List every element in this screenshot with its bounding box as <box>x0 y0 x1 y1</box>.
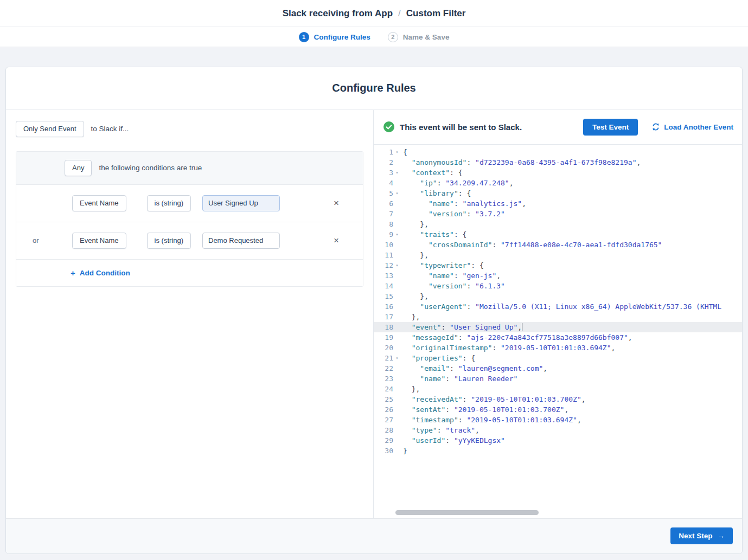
code-line-5: 5▾ "library": { <box>374 188 742 198</box>
line-number: 5 <box>389 188 393 198</box>
code-line-2: 2 "anonymousId": "d723239a-0a68-4395-a4f… <box>374 157 742 168</box>
code-text: } <box>401 446 407 456</box>
gutter-spacer <box>393 322 401 332</box>
code-line-11: 11 }, <box>374 250 742 260</box>
gutter-spacer <box>393 312 401 322</box>
code-line-24: 24 }, <box>374 384 742 394</box>
step-2-circle: 2 <box>388 32 398 42</box>
fold-caret-icon[interactable]: ▾ <box>393 229 401 240</box>
code-text: "userAgent": "Mozilla/5.0 (X11; Linux x8… <box>401 301 721 312</box>
success-check-icon <box>383 121 394 132</box>
step-name-and-save[interactable]: 2 Name & Save <box>388 32 450 42</box>
next-step-button[interactable]: Next Step → <box>670 527 733 544</box>
line-number: 6 <box>389 198 393 209</box>
code-text: "type": "track", <box>401 425 480 435</box>
line-number: 28 <box>385 425 393 435</box>
code-text: }, <box>401 291 429 301</box>
refresh-icon <box>652 123 660 131</box>
event-preview-panel: This event will be sent to Slack. Test E… <box>374 110 742 518</box>
line-number: 27 <box>385 415 393 425</box>
code-text: }, <box>401 384 420 394</box>
code-text: "name": "analytics.js", <box>401 198 526 209</box>
configure-rules-card: Configure Rules Only Send Event to Slack… <box>5 67 743 554</box>
send-event-row: Only Send Event to Slack if... <box>6 110 373 148</box>
rules-panel: Only Send Event to Slack if... Any the f… <box>6 110 374 518</box>
code-editor-lines: 1▾{2 "anonymousId": "d723239a-0a68-4395-… <box>374 147 742 456</box>
code-line-23: 23 "name": "Lauren Reeder" <box>374 374 742 384</box>
condition-field-button[interactable]: Event Name <box>72 195 126 211</box>
line-number: 22 <box>385 363 393 374</box>
condition-value-input[interactable] <box>202 233 280 249</box>
line-number: 7 <box>389 209 393 219</box>
fold-caret-icon[interactable]: ▾ <box>393 188 401 198</box>
condition-row: or Event Name is (string) × <box>16 222 363 260</box>
gutter-spacer <box>393 271 401 281</box>
line-number: 9 <box>389 229 393 240</box>
page-title: Configure Rules <box>332 82 415 94</box>
code-line-20: 20 "originalTimestamp": "2019-05-10T01:0… <box>374 343 742 353</box>
add-condition-row: + Add Condition <box>16 260 363 286</box>
code-text: "version": "3.7.2" <box>401 209 505 219</box>
conditions-group: Any the following conditions are true Ev… <box>16 151 363 287</box>
card-footer: Next Step → <box>6 518 742 553</box>
page-background: Configure Rules Only Send Event to Slack… <box>0 47 748 560</box>
condition-operator-button[interactable]: is (string) <box>147 195 191 211</box>
add-condition-button[interactable]: + Add Condition <box>71 268 130 278</box>
line-number: 19 <box>385 332 393 343</box>
arrow-right-icon: → <box>718 532 725 540</box>
code-text: "properties": { <box>401 353 475 363</box>
match-operator-row: Any the following conditions are true <box>16 152 363 185</box>
condition-value-input[interactable] <box>202 195 280 211</box>
line-number: 4 <box>389 178 393 188</box>
code-text: }, <box>401 219 429 229</box>
gutter-spacer <box>393 343 401 353</box>
breadcrumb-page: Custom Filter <box>406 8 466 19</box>
gutter-spacer <box>393 250 401 260</box>
next-step-label: Next Step <box>679 532 712 540</box>
breadcrumb-destination: Slack receiving from App <box>283 8 393 19</box>
breadcrumb: Slack receiving from App / Custom Filter <box>283 8 466 19</box>
step-configure-rules[interactable]: 1 Configure Rules <box>299 32 370 42</box>
top-header: Slack receiving from App / Custom Filter <box>0 0 748 27</box>
condition-field-button[interactable]: Event Name <box>72 233 126 249</box>
line-number: 11 <box>385 250 393 260</box>
code-line-9: 9▾ "traits": { <box>374 229 742 240</box>
gutter-spacer <box>393 178 401 188</box>
line-number: 1 <box>389 147 393 157</box>
load-another-event-link[interactable]: Load Another Event <box>652 123 733 131</box>
destination-text: to Slack if... <box>91 121 129 137</box>
code-line-12: 12▾ "typewriter": { <box>374 260 742 271</box>
match-operator-button[interactable]: Any <box>65 160 92 176</box>
code-text: "userId": "yYyKEDLgsx" <box>401 435 505 446</box>
fold-caret-icon[interactable]: ▾ <box>393 260 401 271</box>
only-send-event-button[interactable]: Only Send Event <box>16 121 84 137</box>
gutter-spacer <box>393 301 401 312</box>
step-2-label: Name & Save <box>403 33 450 41</box>
code-text: "ip": "34.209.47.248", <box>401 178 514 188</box>
line-number: 18 <box>385 322 393 332</box>
fold-caret-icon[interactable]: ▾ <box>393 168 401 178</box>
line-number: 16 <box>385 301 393 312</box>
test-event-button[interactable]: Test Event <box>583 119 638 136</box>
line-number: 20 <box>385 343 393 353</box>
code-text: "email": "lauren@segment.com", <box>401 363 547 374</box>
code-text: "sentAt": "2019-05-10T01:01:03.700Z", <box>401 404 568 415</box>
code-line-16: 16 "userAgent": "Mozilla/5.0 (X11; Linux… <box>374 301 742 312</box>
remove-condition-icon[interactable]: × <box>333 236 340 245</box>
remove-condition-icon[interactable]: × <box>333 198 340 208</box>
code-text: "version": "6.1.3" <box>401 281 505 291</box>
fold-caret-icon[interactable]: ▾ <box>393 147 401 157</box>
fold-caret-icon[interactable]: ▾ <box>393 353 401 363</box>
condition-operator-button[interactable]: is (string) <box>147 233 191 249</box>
gutter-spacer <box>393 219 401 229</box>
gutter-spacer <box>393 374 401 384</box>
line-number: 8 <box>389 219 393 229</box>
code-line-13: 13 "name": "gen-js", <box>374 271 742 281</box>
code-editor[interactable]: 1▾{2 "anonymousId": "d723239a-0a68-4395-… <box>374 145 742 518</box>
line-number: 17 <box>385 312 393 322</box>
code-line-18: 18 "event": "User Signed Up", <box>374 322 742 332</box>
horizontal-scrollbar-thumb[interactable] <box>395 510 539 515</box>
plus-icon: + <box>71 268 75 278</box>
gutter-spacer <box>393 394 401 404</box>
line-number: 26 <box>385 404 393 415</box>
